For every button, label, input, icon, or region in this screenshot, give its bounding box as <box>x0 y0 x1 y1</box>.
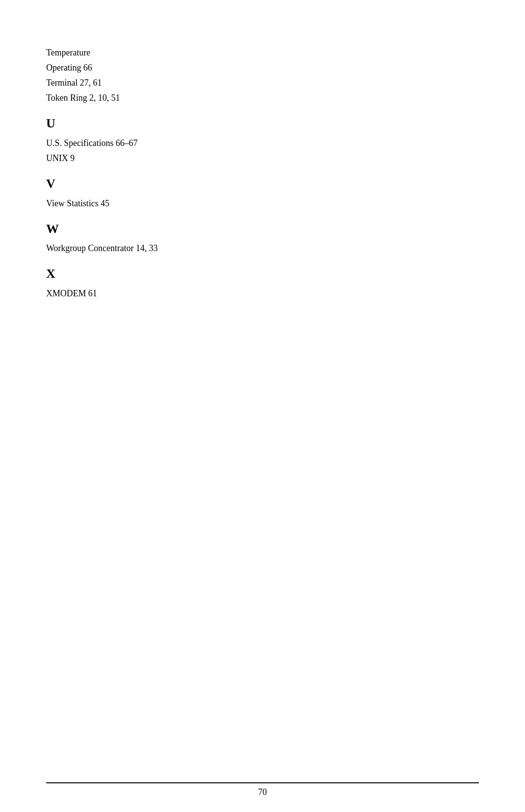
x-section: X XMODEM 61 <box>46 266 479 300</box>
entry-token-ring: Token Ring 2, 10, 51 <box>46 91 479 105</box>
entry-xmodem-label: XMODEM 61 <box>46 289 97 298</box>
t-section-entries: Temperature Operating 66 Terminal 27, 61… <box>46 46 479 105</box>
entry-temperature: Temperature <box>46 46 479 59</box>
entry-workgroup-concentrator-label: Workgroup Concentrator 14, 33 <box>46 243 158 253</box>
footer-rule <box>46 782 479 783</box>
w-section-letter: W <box>46 221 479 237</box>
page-content: Temperature Operating 66 Terminal 27, 61… <box>0 0 525 333</box>
entry-token-ring-label: Token Ring 2, 10, 51 <box>46 93 120 103</box>
page-number: 70 <box>0 787 525 797</box>
entry-unix: UNIX 9 <box>46 152 479 165</box>
u-section-letter: U <box>46 115 479 132</box>
entry-workgroup-concentrator: Workgroup Concentrator 14, 33 <box>46 242 479 255</box>
v-section: V View Statistics 45 <box>46 176 479 210</box>
entry-temperature-operating-label: Operating 66 <box>46 63 92 72</box>
entry-us-specifications: U.S. Specifications 66–67 <box>46 137 479 150</box>
u-section: U U.S. Specifications 66–67 UNIX 9 <box>46 115 479 165</box>
entry-terminal: Terminal 27, 61 <box>46 76 479 90</box>
entry-view-statistics-label: View Statistics 45 <box>46 198 109 208</box>
entry-temperature-operating: Operating 66 <box>46 61 479 74</box>
entry-view-statistics: View Statistics 45 <box>46 197 479 210</box>
entry-temperature-label: Temperature <box>46 48 90 57</box>
entry-us-specifications-label: U.S. Specifications 66–67 <box>46 138 138 148</box>
v-section-letter: V <box>46 176 479 192</box>
entry-terminal-label: Terminal 27, 61 <box>46 78 102 88</box>
page-footer: 70 <box>0 782 525 797</box>
w-section: W Workgroup Concentrator 14, 33 <box>46 221 479 255</box>
entry-unix-label: UNIX 9 <box>46 153 75 163</box>
entry-xmodem: XMODEM 61 <box>46 287 479 300</box>
x-section-letter: X <box>46 266 479 282</box>
